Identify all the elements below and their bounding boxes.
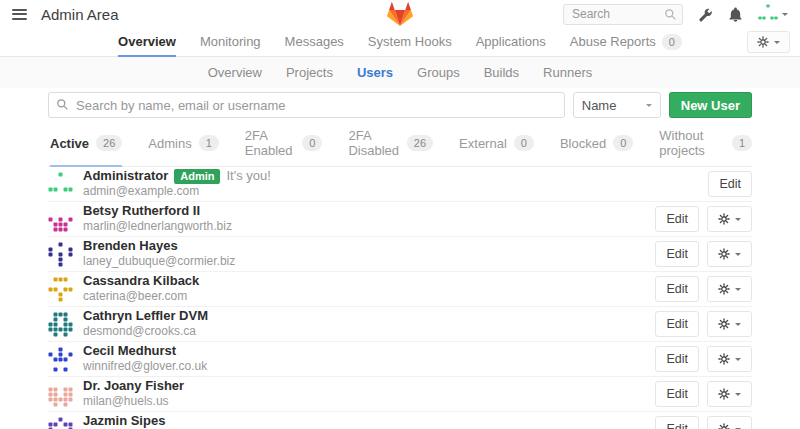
user-settings-dropdown[interactable]: [707, 311, 752, 337]
filter-tab-external[interactable]: External 0: [459, 128, 534, 167]
sub-nav-tab-builds[interactable]: Builds: [484, 65, 519, 80]
user-actions: Edit: [655, 346, 752, 372]
user-actions: Edit: [655, 276, 752, 302]
sort-dropdown-value: Name: [582, 98, 617, 113]
count-badge: 0: [514, 135, 534, 151]
gear-icon: [718, 213, 730, 225]
main-nav-tab-monitoring[interactable]: Monitoring: [200, 28, 261, 57]
user-settings-dropdown[interactable]: [707, 206, 752, 232]
user-settings-dropdown[interactable]: [707, 381, 752, 407]
main-nav-tab-abuse-reports[interactable]: Abuse Reports 0: [570, 28, 682, 57]
user-row: Brenden Hayes laney_dubuque@cormier.biz …: [48, 237, 752, 272]
sub-nav-tab-runners[interactable]: Runners: [543, 65, 592, 80]
user-name-link[interactable]: Dr. Joany Fisher: [83, 379, 184, 394]
edit-user-button[interactable]: Edit: [655, 311, 699, 337]
gear-icon: [718, 248, 730, 260]
filter-tab-label: Active: [50, 136, 89, 151]
filter-tab-blocked[interactable]: Blocked 0: [560, 128, 633, 167]
user-avatar[interactable]: [48, 277, 73, 302]
user-avatar[interactable]: [48, 382, 73, 407]
chevron-down-icon: [735, 218, 741, 224]
sub-nav-tab-users[interactable]: Users: [357, 65, 393, 80]
user-info: Cassandra Kilback caterina@beer.com: [83, 274, 199, 304]
user-avatar[interactable]: [48, 312, 73, 337]
user-actions: Edit: [655, 241, 752, 267]
user-actions: Edit: [708, 171, 752, 197]
user-avatar[interactable]: [48, 242, 73, 267]
edit-user-button[interactable]: Edit: [655, 381, 699, 407]
overview-sub-nav: OverviewProjectsUsersGroupsBuildsRunners: [0, 57, 800, 88]
admin-wrench-icon[interactable]: [698, 7, 713, 22]
user-avatar[interactable]: [48, 417, 73, 429]
count-badge: 0: [302, 135, 322, 151]
new-user-button[interactable]: New User: [669, 92, 752, 118]
user-name-link[interactable]: Betsy Rutherford II: [83, 204, 200, 219]
user-name-link[interactable]: Jazmin Sipes: [83, 414, 165, 429]
filter-tab-2fa-disabled[interactable]: 2FA Disabled 26: [348, 128, 433, 167]
sub-nav-tab-projects[interactable]: Projects: [286, 65, 333, 80]
user-row: Jazmin Sipes juliet.turner@leannon.co.uk…: [48, 412, 752, 429]
user-settings-dropdown[interactable]: [707, 346, 752, 372]
chevron-down-icon: [735, 358, 741, 364]
filter-tab-without-projects[interactable]: Without projects 1: [659, 128, 752, 167]
nav-tab-label: Overview: [118, 34, 176, 49]
global-search: [563, 4, 683, 25]
user-search: [48, 92, 565, 118]
gear-icon: [718, 318, 730, 330]
admin-badge: Admin: [174, 169, 220, 184]
user-avatar[interactable]: [48, 172, 73, 197]
user-avatar[interactable]: [48, 207, 73, 232]
user-name-link[interactable]: Cassandra Kilback: [83, 274, 199, 289]
filter-tab-admins[interactable]: Admins 1: [148, 128, 218, 167]
filter-tab-label: External: [459, 136, 507, 151]
user-name-link[interactable]: Administrator: [83, 169, 168, 184]
user-name-link[interactable]: Cathryn Leffler DVM: [83, 309, 208, 324]
menu-icon[interactable]: [12, 4, 27, 24]
edit-user-button[interactable]: Edit: [708, 171, 752, 197]
user-info: Dr. Joany Fisher milan@huels.us: [83, 379, 184, 409]
edit-user-button[interactable]: Edit: [655, 346, 699, 372]
chevron-down-icon: [735, 253, 741, 259]
main-nav-tab-system-hooks[interactable]: System Hooks: [368, 28, 452, 57]
user-name-link[interactable]: Cecil Medhurst: [83, 344, 176, 359]
count-badge: 1: [732, 135, 752, 151]
sub-nav-tab-overview[interactable]: Overview: [208, 65, 262, 80]
filter-tab-label: 2FA Disabled: [348, 128, 399, 158]
main-nav-tab-applications[interactable]: Applications: [476, 28, 546, 57]
sub-nav-tab-groups[interactable]: Groups: [417, 65, 460, 80]
user-name-link[interactable]: Brenden Hayes: [83, 239, 178, 254]
nav-tab-label: System Hooks: [368, 34, 452, 49]
gear-icon: [718, 353, 730, 365]
user-info: Cecil Medhurst winnifred@glover.co.uk: [83, 344, 207, 374]
nav-tab-label: Applications: [476, 34, 546, 49]
user-actions: Edit: [655, 381, 752, 407]
user-info: Jazmin Sipes juliet.turner@leannon.co.uk: [83, 414, 229, 429]
sort-dropdown[interactable]: Name: [573, 92, 661, 118]
chevron-down-icon: [774, 41, 780, 47]
filter-tab-label: Blocked: [560, 136, 606, 151]
gear-icon: [757, 36, 769, 48]
user-avatar[interactable]: [48, 347, 73, 372]
main-nav-tab-overview[interactable]: Overview: [118, 28, 176, 57]
user-info: Cathryn Leffler DVM desmond@crooks.ca: [83, 309, 208, 339]
chevron-down-icon: [735, 393, 741, 399]
user-menu[interactable]: [758, 4, 788, 24]
edit-user-button[interactable]: Edit: [655, 276, 699, 302]
edit-user-button[interactable]: Edit: [655, 241, 699, 267]
filter-tab-active[interactable]: Active 26: [50, 128, 122, 167]
gitlab-logo[interactable]: [387, 1, 414, 27]
user-info: Betsy Rutherford II marlin@lednerlangwor…: [83, 204, 232, 234]
filter-tab-2fa-enabled[interactable]: 2FA Enabled 0: [245, 128, 323, 167]
notifications-bell-icon[interactable]: [728, 7, 743, 22]
edit-user-button[interactable]: Edit: [655, 416, 699, 429]
main-nav-tab-messages[interactable]: Messages: [285, 28, 344, 57]
users-page: Name New User Active 26 Admins 1 2FA Ena…: [48, 92, 752, 429]
user-settings-dropdown[interactable]: [707, 276, 752, 302]
user-search-input[interactable]: [48, 92, 565, 118]
admin-main-nav: Overview Monitoring Messages System Hook…: [0, 28, 800, 57]
user-settings-dropdown[interactable]: [707, 241, 752, 267]
user-settings-dropdown[interactable]: [707, 416, 752, 429]
admin-settings-dropdown[interactable]: [747, 31, 790, 53]
user-actions: Edit: [655, 416, 752, 429]
edit-user-button[interactable]: Edit: [655, 206, 699, 232]
